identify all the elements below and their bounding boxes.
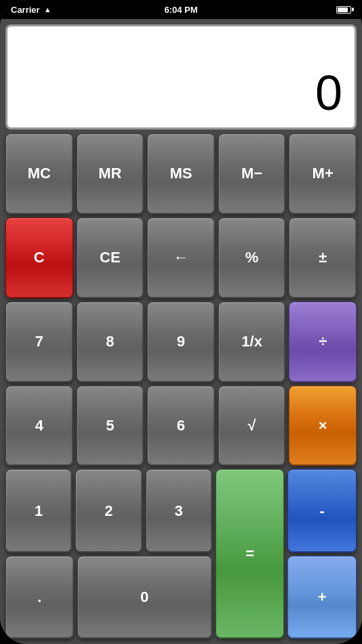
backspace-button[interactable]: ← [147,218,215,298]
ms-button[interactable]: MS [147,134,215,214]
memory-row: MC MR MS M− M+ [5,134,357,214]
display-value: 0 [315,65,342,121]
time-label: 6:04 PM [164,5,197,15]
5-button[interactable]: 5 [77,386,144,466]
minus-button[interactable]: - [287,469,357,552]
row-789: 7 8 9 1/x ÷ [5,302,357,382]
row-dot0: . 0 [5,556,212,639]
0-button[interactable]: 0 [77,556,212,639]
row-123: 1 2 3 [5,469,212,552]
calculator-body: 0 MC MR MS M− M+ [0,19,362,644]
7-button[interactable]: 7 [5,302,73,382]
wifi-icon: ▲ [44,5,52,14]
plusminus-button[interactable]: ± [289,218,357,298]
6-button[interactable]: 6 [147,386,215,466]
inverse-button[interactable]: 1/x [218,302,286,382]
plus-button[interactable]: + [287,556,357,639]
8-button[interactable]: 8 [77,302,144,382]
status-right [336,6,351,14]
bottom-rows: 1 2 3 . [5,469,357,639]
equals-button[interactable]: = [216,469,285,639]
row-456: 4 5 6 √ × [5,386,357,466]
divide-button[interactable]: ÷ [289,302,357,382]
display-area: 0 [5,24,357,129]
eq-col: = [216,469,285,639]
status-left: Carrier ▲ [11,5,52,15]
ce-button[interactable]: CE [77,218,144,298]
phone-frame: Carrier ▲ 6:04 PM 0 MC MR [0,0,362,644]
4-button[interactable]: 4 [5,386,73,466]
mminus-button[interactable]: M− [218,134,286,214]
2-button[interactable]: 2 [75,469,142,552]
mplus-button[interactable]: M+ [289,134,357,214]
battery-fill [338,7,348,12]
clear-row: C CE ← % ± [5,218,357,298]
percent-button[interactable]: % [218,218,286,298]
multiply-button[interactable]: × [289,386,357,466]
right-op-col: - + [287,469,357,639]
buttons-grid: MC MR MS M− M+ C [5,134,357,639]
battery-icon [336,6,351,14]
9-button[interactable]: 9 [147,302,215,382]
carrier-label: Carrier [11,5,40,15]
mc-button[interactable]: MC [5,134,73,214]
dot-button[interactable]: . [5,556,74,639]
c-button[interactable]: C [5,218,73,298]
1-button[interactable]: 1 [5,469,72,552]
sqrt-button[interactable]: √ [218,386,286,466]
3-button[interactable]: 3 [146,469,212,552]
status-bar: Carrier ▲ 6:04 PM [0,0,362,19]
mr-button[interactable]: MR [77,134,144,214]
num-left-col: 1 2 3 . [5,469,212,639]
